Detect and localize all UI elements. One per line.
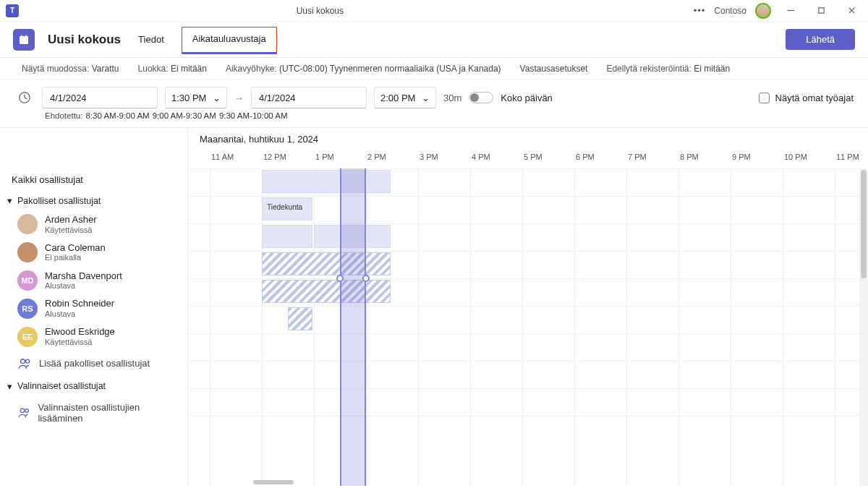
chevron-down-icon: ▾: [7, 381, 14, 392]
start-time-select[interactable]: 1:30 PM⌄: [165, 87, 227, 108]
window-titlebar: T Uusi kokous ••• Contoso: [0, 0, 868, 22]
tentative-block: [262, 252, 391, 275]
busy-block: [262, 170, 391, 193]
checkbox-icon: [759, 93, 770, 103]
add-required-attendees[interactable]: Lisää pakolliset osallistujat: [0, 351, 187, 377]
suggested-slot[interactable]: 9:30 AM-10:00 AM: [219, 111, 288, 120]
attendees-column: Kaikki osallistujat ▾ Pakolliset osallis…: [0, 128, 188, 486]
time-selection-overlay[interactable]: [340, 168, 366, 486]
tab-scheduling-assistant[interactable]: Aikatauluavustaja: [182, 27, 277, 54]
hour-label: 11 PM: [835, 153, 868, 167]
svg-point-10: [21, 359, 25, 364]
teams-logo-icon: T: [6, 4, 19, 17]
require-registration-selector[interactable]: Edellytä rekisteröintiä: Ei mitään: [606, 64, 730, 74]
time-selection-row: 4/1/2024 1:30 PM⌄ → 4/1/2024 2:00 PM⌄ 30…: [0, 80, 868, 111]
svg-rect-5: [21, 35, 22, 37]
user-avatar[interactable]: [755, 3, 771, 19]
timeline-grid[interactable]: Maanantai, huhtikuu 1, 2024 11 AM12 PM1 …: [188, 128, 868, 486]
suggested-slot[interactable]: 9:00 AM-9:30 AM: [153, 111, 216, 120]
window-minimize-button[interactable]: [780, 4, 801, 18]
required-attendees-label: Pakolliset osallistujat: [17, 196, 101, 206]
hour-label: 12 PM: [262, 153, 314, 167]
category-selector[interactable]: Luokka: Ei mitään: [138, 64, 207, 74]
add-required-label: Lisää pakolliset osallistujat: [39, 358, 150, 369]
page-title: Uusi kokous: [48, 33, 121, 47]
svg-rect-6: [25, 35, 27, 37]
response-options-selector[interactable]: Vastausasetukset: [520, 64, 588, 74]
chevron-down-icon: ⌄: [213, 93, 221, 103]
tab-details[interactable]: Tiedot: [134, 24, 169, 55]
window-maximize-button[interactable]: [810, 4, 832, 18]
scheduling-main: Kaikki osallistujat ▾ Pakolliset osallis…: [0, 128, 868, 486]
avatar: [17, 214, 38, 234]
show-work-hours-label: Näytä omat työajat: [775, 93, 854, 103]
tentative-block: [288, 307, 312, 330]
timezone-selector[interactable]: Aikavyöhyke: (UTC-08:00) Tyynenmeren nor…: [226, 64, 501, 74]
clock-icon: [14, 91, 35, 104]
arrow-right-icon: →: [234, 93, 244, 103]
attendee-row[interactable]: Cara ColemanEi paikalla: [0, 239, 187, 267]
attendee-row[interactable]: MDMarsha DavenportAlustava: [0, 267, 187, 295]
all-attendees-header: Kaikki osallistujat: [0, 168, 187, 191]
attendee-status: Alustava: [45, 281, 122, 291]
all-day-toggle[interactable]: [469, 92, 493, 103]
add-optional-label: Valinnaisten osallistujien lisääminen: [38, 402, 176, 424]
hour-label: 10 PM: [783, 153, 835, 167]
attendee-status: Ei paikalla: [45, 253, 106, 262]
event-label: Tiedekunta: [264, 202, 305, 213]
hour-label: 3 PM: [418, 153, 470, 167]
attendee-row[interactable]: RSRobin SchneiderAlustava: [0, 294, 187, 322]
svg-rect-4: [20, 36, 28, 44]
hour-label: 6 PM: [574, 153, 626, 167]
horizontal-scrollbar[interactable]: [253, 480, 294, 484]
chevron-down-icon: ⌄: [422, 93, 430, 103]
selection-handle[interactable]: [362, 275, 370, 282]
avatar: [17, 242, 38, 262]
end-date-input[interactable]: 4/1/2024: [251, 87, 367, 108]
show-as-selector[interactable]: Näytä muodossa: Varattu: [22, 64, 119, 74]
attendee-name: Arden Asher: [45, 214, 97, 226]
avatar: EE: [17, 327, 38, 347]
end-time-select[interactable]: 2:00 PM⌄: [374, 87, 436, 108]
attendee-name: Marsha Davenport: [45, 270, 122, 282]
timeline-hours-row: 11 AM12 PM1 PM2 PM3 PM4 PM5 PM6 PM7 PM8 …: [188, 153, 868, 167]
busy-block: [262, 225, 312, 248]
optional-attendees-label: Valinnaiset osallistujat: [17, 381, 106, 391]
svg-rect-1: [818, 8, 823, 13]
attendee-name: Cara Coleman: [45, 242, 106, 254]
required-attendees-group[interactable]: ▾ Pakolliset osallistujat: [0, 191, 187, 210]
attendee-name: Elwood Eskridge: [45, 326, 115, 338]
hour-label: 1 PM: [314, 153, 366, 167]
send-button[interactable]: Lähetä: [786, 29, 855, 50]
attendee-row[interactable]: EEElwood EskridgeKäytettävissä: [0, 322, 187, 351]
hour-label: 11 AM: [210, 153, 262, 167]
attendee-status: Alustava: [45, 309, 114, 319]
svg-line-9: [25, 98, 27, 99]
hour-label: 9 PM: [731, 153, 783, 167]
timeline-day-label: Maanantai, huhtikuu 1, 2024: [200, 134, 318, 145]
org-name: Contoso: [714, 6, 746, 16]
add-optional-attendees[interactable]: Valinnaisten osallistujien lisääminen: [0, 396, 187, 429]
attendee-status: Käytettävissä: [45, 226, 97, 235]
timeline-body[interactable]: Tiedekunta: [188, 168, 868, 486]
suggested-slot[interactable]: 8:30 AM-9:00 AM: [85, 111, 149, 120]
vertical-scrollbar[interactable]: [859, 168, 868, 486]
attendee-name: Robin Schneider: [45, 298, 114, 309]
svg-point-13: [25, 409, 29, 413]
page-header: Uusi kokous Tiedot Aikatauluavustaja Läh…: [0, 22, 868, 58]
selection-handle[interactable]: [336, 275, 344, 282]
hour-label: 7 PM: [626, 153, 678, 167]
show-work-hours-checkbox[interactable]: Näytä omat työajat: [759, 93, 854, 103]
duration-label: 30m: [443, 93, 461, 103]
window-close-button[interactable]: [841, 4, 862, 18]
calendar-icon: [13, 29, 35, 51]
optional-attendees-group[interactable]: ▾ Valinnaiset osallistujat: [0, 377, 187, 396]
hour-label: 8 PM: [678, 153, 731, 167]
all-day-label: Koko päivän: [501, 93, 553, 103]
avatar: MD: [17, 270, 38, 291]
more-icon[interactable]: •••: [694, 5, 706, 16]
tab-scheduling-assistant-label: Aikatauluavustaja: [192, 33, 266, 44]
suggested-times-row: Ehdotettu: 8:30 AM-9:00 AM 9:00 AM-9:30 …: [0, 111, 868, 128]
attendee-row[interactable]: Arden AsherKäytettävissä: [0, 210, 187, 239]
start-date-input[interactable]: 4/1/2024: [42, 87, 158, 108]
